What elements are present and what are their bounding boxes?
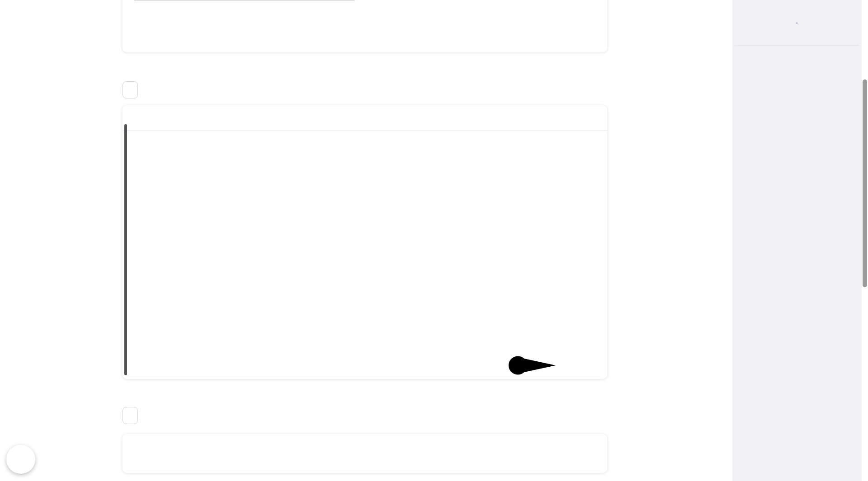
table-scrollbar-thumb[interactable] [124,124,127,375]
add-size-button[interactable] [123,81,138,98]
select-branch-button[interactable] [123,407,138,424]
barcode-field[interactable] [134,0,355,1]
foodics-logo: ◦ [795,20,798,34]
products-table-header [123,105,607,131]
page-scrollbar-thumb[interactable] [863,79,867,287]
logo-wrap: ◦ [732,0,862,45]
chat-launcher-button[interactable] [6,445,35,474]
menu-builder-panel [735,45,859,46]
custom-prices-empty-card [123,434,607,473]
sidebar: ◦ [732,0,862,481]
main-content [123,0,607,481]
add-group-row [123,131,607,159]
barcode-underline [134,0,355,1]
combo-details-card [123,0,607,52]
products-table-card [123,105,607,379]
page-scrollbar-track[interactable] [862,0,868,481]
chat-bubble-icon [14,451,28,467]
